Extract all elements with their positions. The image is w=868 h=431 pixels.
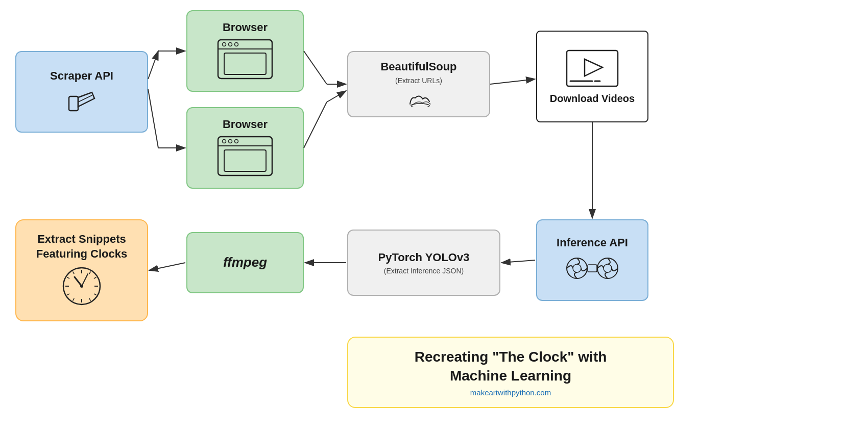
diagram: Scraper API Browser Browser xyxy=(0,0,868,431)
pytorch-sublabel: (Extract Inference JSON) xyxy=(384,267,464,275)
svg-point-6 xyxy=(229,43,232,46)
scraper-api-label: Scraper API xyxy=(50,69,113,84)
svg-line-50 xyxy=(490,79,535,84)
svg-point-13 xyxy=(235,140,238,143)
svg-line-46 xyxy=(304,51,327,84)
clock-icon xyxy=(61,266,102,309)
beautifulsoup-label: BeautifulSoup xyxy=(380,60,456,74)
svg-line-54 xyxy=(149,263,185,270)
svg-rect-0 xyxy=(69,96,78,111)
svg-line-31 xyxy=(89,271,91,274)
svg-point-12 xyxy=(229,140,232,143)
inference-api-label: Inference API xyxy=(557,236,628,250)
svg-marker-17 xyxy=(585,59,602,76)
beautifulsoup-icon xyxy=(405,89,433,109)
ffmpeg-label: ffmpeg xyxy=(223,254,267,271)
svg-point-20 xyxy=(567,258,587,278)
svg-point-7 xyxy=(235,43,238,46)
browser1-node: Browser xyxy=(186,10,304,92)
svg-line-37 xyxy=(67,277,69,278)
svg-line-38 xyxy=(73,271,75,274)
extract-snippets-label: Extract Snippets Featuring Clocks xyxy=(36,232,127,261)
svg-line-42 xyxy=(148,51,158,79)
svg-line-48 xyxy=(304,102,327,148)
svg-point-21 xyxy=(573,264,581,272)
download-videos-node: Download Videos xyxy=(536,31,648,122)
pytorch-label: PyTorch YOLOv3 xyxy=(378,250,470,265)
browser2-icon xyxy=(217,136,273,179)
browser2-label: Browser xyxy=(223,117,268,132)
svg-point-5 xyxy=(223,43,226,46)
svg-line-35 xyxy=(73,298,75,300)
inference-icon xyxy=(559,255,625,285)
svg-rect-14 xyxy=(224,150,266,171)
svg-line-32 xyxy=(94,277,97,278)
svg-point-15 xyxy=(411,104,429,107)
inference-api-node: Inference API xyxy=(536,219,648,301)
download-videos-label: Download Videos xyxy=(550,92,635,105)
banner-url: makeartwithpython.com xyxy=(470,388,551,397)
browser1-label: Browser xyxy=(223,20,268,35)
browser1-icon xyxy=(217,39,273,82)
svg-line-40 xyxy=(82,274,88,286)
beautifulsoup-node: BeautifulSoup (Extract URLs) xyxy=(347,51,490,117)
beautifulsoup-sublabel: (Extract URLs) xyxy=(395,77,442,85)
svg-point-23 xyxy=(604,264,612,272)
svg-rect-24 xyxy=(588,265,597,272)
svg-line-49 xyxy=(327,91,346,102)
svg-line-44 xyxy=(148,89,158,148)
scraper-icon xyxy=(64,87,100,115)
extract-snippets-node: Extract Snippets Featuring Clocks xyxy=(15,219,148,321)
svg-line-34 xyxy=(89,298,91,300)
ffmpeg-node: ffmpeg xyxy=(186,232,304,293)
svg-rect-9 xyxy=(218,137,272,175)
svg-marker-1 xyxy=(78,92,94,107)
svg-line-52 xyxy=(501,260,535,263)
pytorch-node: PyTorch YOLOv3 (Extract Inference JSON) xyxy=(347,230,500,296)
svg-line-39 xyxy=(75,277,82,286)
browser2-node: Browser xyxy=(186,107,304,189)
banner-title: Recreating "The Clock" withMachine Learn… xyxy=(415,348,607,385)
svg-rect-8 xyxy=(224,53,266,74)
svg-point-11 xyxy=(223,140,226,143)
svg-line-33 xyxy=(94,293,97,295)
scraper-api-node: Scraper API xyxy=(15,51,148,133)
svg-rect-3 xyxy=(218,40,272,79)
svg-line-36 xyxy=(67,293,69,295)
svg-point-22 xyxy=(597,258,618,278)
banner-node: Recreating "The Clock" withMachine Learn… xyxy=(347,337,674,408)
